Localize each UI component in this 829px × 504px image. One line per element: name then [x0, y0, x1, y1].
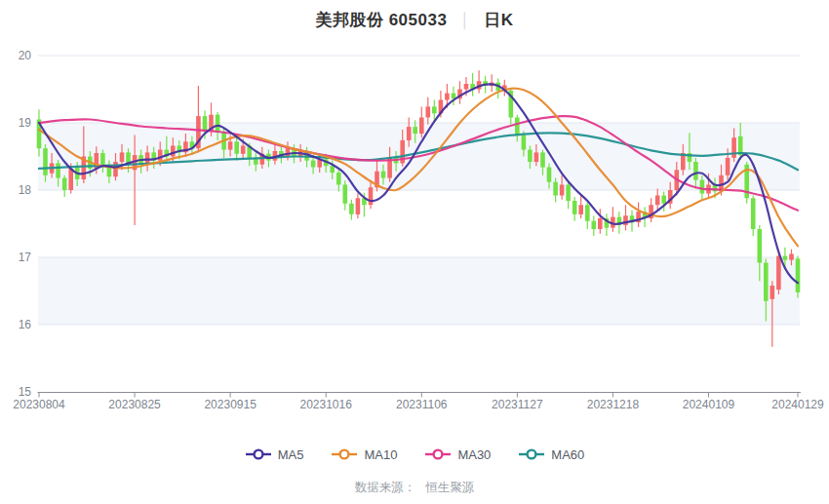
y-tick-label: 17: [19, 251, 32, 264]
candle-down: [751, 198, 756, 229]
candle-down: [764, 263, 769, 301]
legend-item-ma30[interactable]: MA30: [424, 447, 491, 462]
kline-chart-page: 美邦股份 605033│日K 1516171819202023080420230…: [0, 0, 829, 504]
candle-down: [381, 172, 386, 178]
candle-down: [62, 178, 67, 190]
candle-up: [770, 286, 775, 299]
candle-up: [419, 118, 424, 135]
candle-up: [731, 137, 736, 158]
candle-up: [171, 146, 176, 157]
candle-down: [592, 221, 597, 229]
candle-down: [216, 115, 220, 133]
data-source-label: 数据来源：: [355, 481, 416, 494]
candle-up: [286, 148, 291, 156]
candle-down: [585, 205, 590, 221]
candle-down: [572, 201, 577, 214]
candle-down: [522, 135, 527, 149]
candle-up: [464, 84, 469, 90]
candle-down: [528, 150, 533, 162]
legend-label: MA5: [278, 447, 304, 462]
y-tick-label: 18: [19, 183, 32, 197]
candle-up: [228, 141, 233, 149]
ma30-legend-icon: [424, 448, 452, 460]
y-tick-label: 16: [19, 318, 32, 331]
candle-up: [776, 256, 781, 291]
candle-down: [796, 258, 801, 292]
candle-up: [598, 218, 603, 229]
candle-down: [515, 118, 520, 136]
legend-label: MA30: [457, 447, 491, 462]
data-source-value: 恒生聚源: [425, 481, 474, 494]
x-tick-label: 20231106: [396, 398, 448, 411]
candle-down: [330, 166, 335, 173]
x-tick-label: 20231127: [492, 398, 543, 411]
ma10-legend-icon: [331, 448, 358, 460]
x-tick-label: 20231218: [587, 398, 640, 411]
y-tick-label: 19: [19, 116, 32, 130]
ma60-legend-icon: [518, 448, 545, 460]
candle-up: [789, 254, 794, 260]
candle-down: [693, 162, 698, 180]
candle-up: [407, 127, 412, 140]
candle-down: [203, 116, 208, 131]
y-tick-label: 20: [19, 49, 32, 62]
candle-up: [560, 185, 565, 196]
candle-down: [432, 106, 437, 113]
candle-down: [234, 141, 239, 153]
candle-down: [311, 161, 316, 168]
candle-down: [343, 185, 348, 204]
candle-down: [126, 152, 131, 163]
candle-down: [413, 127, 417, 134]
legend-label: MA60: [551, 447, 584, 462]
x-tick-label: 20240109: [683, 398, 735, 411]
ma5-legend-icon: [245, 448, 272, 460]
candle-up: [726, 158, 730, 175]
candle-down: [336, 173, 341, 184]
candle-down: [758, 229, 763, 263]
candle-down: [661, 196, 666, 204]
candle-up: [426, 106, 431, 117]
candle-up: [120, 152, 125, 162]
candle-up: [655, 196, 660, 206]
candle-down: [540, 152, 545, 167]
candle-up: [445, 94, 450, 100]
legend-item-ma60[interactable]: MA60: [518, 447, 584, 462]
x-tick-label: 20230804: [13, 398, 65, 411]
candle-up: [113, 162, 118, 176]
candle-up: [356, 198, 361, 214]
candle-down: [43, 148, 48, 175]
y-tick-label: 15: [19, 385, 32, 399]
candle-down: [547, 168, 552, 182]
x-tick-label: 20230825: [108, 398, 161, 411]
candle-down: [700, 180, 705, 194]
candle-up: [534, 152, 539, 162]
candle-up: [578, 205, 583, 214]
legend-label: MA10: [364, 447, 397, 462]
candle-down: [349, 204, 354, 214]
x-tick-label: 20231016: [300, 398, 353, 411]
x-tick-label: 20240129: [771, 398, 824, 411]
candle-up: [68, 169, 73, 190]
data-source: 数据来源：恒生聚源: [0, 480, 829, 496]
candle-down: [56, 163, 60, 177]
x-tick-label: 20230915: [204, 398, 257, 411]
candle-up: [241, 146, 246, 154]
legend-item-ma10[interactable]: MA10: [331, 447, 397, 462]
candle-up: [369, 187, 374, 205]
candle-down: [566, 185, 571, 202]
candle-down: [783, 256, 788, 260]
candle-down: [100, 153, 105, 165]
kline-chart[interactable]: 1516171819202023080420230825202309152023…: [0, 0, 829, 504]
grid-band: [38, 257, 800, 325]
legend-item-ma5[interactable]: MA5: [245, 447, 304, 462]
candle-down: [553, 182, 558, 196]
ma-legend: MA5MA10MA30MA60: [0, 444, 829, 465]
